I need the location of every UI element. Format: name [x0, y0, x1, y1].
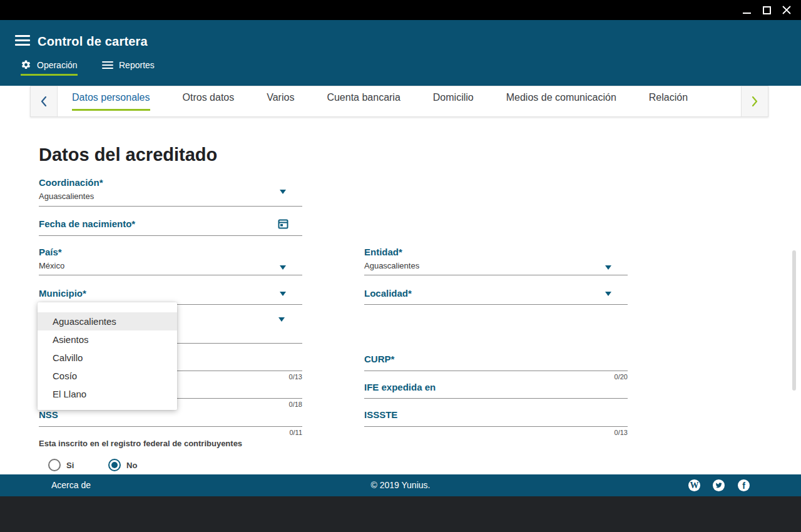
tab-label: Datos personales	[72, 92, 150, 111]
field-coordinacion: Coordinación* Aguascalientes	[39, 177, 302, 207]
app-title: Control de cartera	[38, 34, 148, 49]
screen: Control de cartera Operación Reportes Da…	[0, 0, 801, 532]
field-entidad: Entidad* Aguascalientes	[364, 247, 628, 275]
tab-bar: Datos personales Otros datos Varios Cuen…	[30, 86, 768, 117]
field-underline	[364, 398, 628, 399]
tab-label: Domicilio	[433, 92, 474, 111]
radio-si-label: Si	[66, 461, 74, 470]
field-underline	[364, 275, 628, 275]
field-label: CURP*	[364, 354, 628, 365]
dropdown-option[interactable]: El Llano	[38, 385, 177, 403]
char-counter: 0/11	[39, 429, 302, 436]
wordpress-icon[interactable]: W	[688, 479, 700, 491]
tab-label: Medios de comunicación	[506, 92, 616, 111]
twitter-icon[interactable]	[713, 479, 725, 491]
facebook-icon[interactable]: f	[738, 479, 750, 491]
field-label: Coordinación*	[39, 177, 302, 188]
field-label: IFE expedida en	[364, 382, 628, 393]
taskbar: G 12:32 PM	[0, 496, 801, 532]
rfc-question-text: Esta inscrito en el registro federal de …	[39, 439, 242, 448]
chevron-left-icon	[41, 96, 47, 106]
tab-datos-personales[interactable]: Datos personales	[72, 92, 150, 111]
field-underline	[364, 426, 628, 427]
tab-cuenta-bancaria[interactable]: Cuenta bancaria	[327, 92, 400, 111]
wordpress-glyph: W	[690, 481, 699, 491]
tab-domicilio[interactable]: Domicilio	[433, 92, 474, 111]
municipio-dropdown-menu: Aguascalientes Asientos Calvillo Cosío E…	[38, 302, 177, 410]
field-localidad: Localidad*	[364, 288, 628, 305]
radio-no[interactable]	[108, 459, 121, 471]
minimize-icon	[743, 13, 751, 14]
maximize-icon	[763, 6, 771, 14]
maximize-button[interactable]	[757, 0, 776, 20]
dropdown-option[interactable]: Calvillo	[38, 349, 177, 367]
field-underline	[364, 371, 628, 371]
field-label: Localidad*	[364, 288, 628, 299]
field-ife-expedida: IFE expedida en	[364, 382, 628, 399]
dropdown-option[interactable]: Aguascalientes	[38, 312, 177, 330]
radio-si[interactable]	[48, 459, 61, 471]
app-header: Control de cartera Operación Reportes	[0, 20, 801, 86]
chevron-right-icon	[752, 96, 758, 106]
field-underline	[364, 304, 628, 305]
close-icon	[782, 6, 791, 14]
tabs-prev-button[interactable]	[31, 86, 58, 116]
calendar-icon[interactable]	[278, 218, 288, 229]
field-value: México	[39, 261, 64, 270]
field-value: Aguascalientes	[39, 192, 94, 201]
field-underline	[39, 206, 302, 207]
field-nss: NSS	[39, 409, 302, 427]
field-label: ISSSTE	[364, 409, 628, 421]
field-fecha-nacimiento: Fecha de nacimiento*	[39, 218, 302, 236]
field-underline	[39, 235, 302, 236]
tab-label: Cuenta bancaria	[327, 92, 400, 111]
field-pais: País* México	[39, 247, 302, 275]
char-counter: 0/20	[364, 373, 628, 381]
nav-reportes[interactable]: Reportes	[102, 59, 155, 71]
dropdown-caret-icon[interactable]	[605, 265, 611, 270]
tab-otros-datos[interactable]: Otros datos	[183, 92, 235, 111]
tab-varios[interactable]: Varios	[267, 92, 294, 111]
page-title: Datos del acreditado	[39, 145, 217, 165]
minimize-button[interactable]	[737, 0, 756, 20]
tab-label: Otros datos	[183, 92, 235, 111]
field-label: NSS	[39, 409, 302, 421]
page-footer: Acerca de © 2019 Yunius. W f	[0, 474, 801, 496]
field-issste: ISSSTE	[364, 409, 628, 427]
gear-icon	[21, 59, 31, 70]
facebook-glyph: f	[742, 481, 745, 491]
tabs-next-button[interactable]	[741, 86, 768, 116]
dropdown-option[interactable]: Asientos	[38, 330, 177, 349]
dropdown-caret-icon[interactable]	[280, 292, 286, 296]
tab-medios-comunicacion[interactable]: Medios de comunicación	[506, 92, 616, 111]
copyright-text: © 2019 Yunius.	[0, 480, 801, 490]
tab-label: Relación	[649, 92, 688, 111]
nav-label-operacion: Operación	[37, 60, 78, 70]
close-button[interactable]	[777, 0, 796, 20]
twitter-bird	[715, 482, 722, 489]
window-titlebar	[0, 0, 801, 20]
menu-button[interactable]	[15, 35, 30, 46]
field-label: Entidad*	[364, 247, 628, 258]
list-icon	[102, 59, 113, 71]
tab-relacion[interactable]: Relación	[649, 92, 688, 111]
scrollbar-thumb[interactable]	[792, 250, 796, 391]
field-curp: CURP*	[364, 354, 628, 371]
field-underline	[39, 426, 302, 427]
tab-strip: Datos personales Otros datos Varios Cuen…	[58, 86, 741, 116]
field-value: Aguascalientes	[364, 261, 419, 270]
dropdown-caret-icon[interactable]	[605, 292, 611, 296]
radio-no-label: No	[126, 461, 137, 470]
dropdown-caret-icon[interactable]	[278, 317, 285, 322]
dropdown-caret-icon[interactable]	[280, 190, 286, 194]
field-label: Fecha de nacimiento*	[39, 218, 302, 230]
field-label: Municipio*	[39, 288, 302, 299]
dropdown-caret-icon[interactable]	[280, 265, 286, 270]
field-underline	[39, 275, 302, 275]
tab-label: Varios	[267, 92, 294, 111]
char-counter: 0/13	[364, 429, 628, 436]
nav-operacion[interactable]: Operación	[21, 59, 78, 70]
nav-label-reportes: Reportes	[119, 60, 155, 70]
dropdown-option[interactable]: Cosío	[38, 367, 177, 385]
field-label: País*	[39, 247, 302, 258]
